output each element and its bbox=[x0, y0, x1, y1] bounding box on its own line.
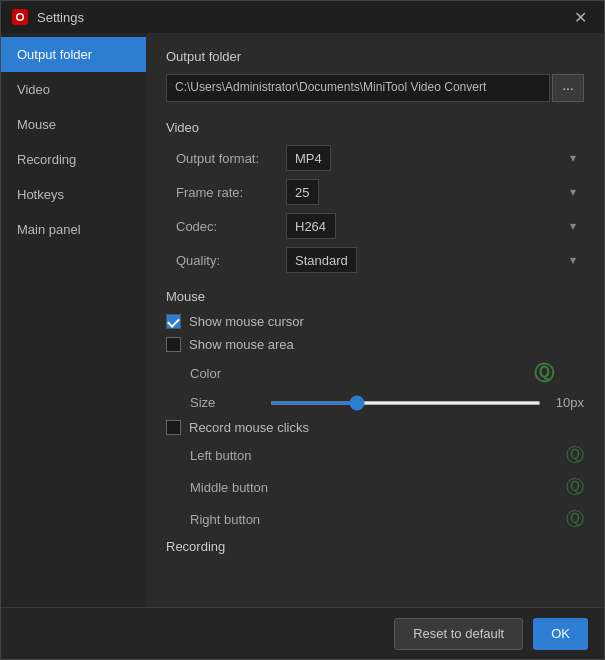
show-cursor-row: Show mouse cursor bbox=[166, 314, 584, 329]
left-button-row: Left button Ⓠ bbox=[166, 443, 584, 467]
show-cursor-checkbox[interactable] bbox=[166, 314, 181, 329]
size-slider[interactable] bbox=[270, 401, 541, 405]
settings-window: Settings ✕ Output folder Video Mouse Rec… bbox=[0, 0, 605, 660]
record-clicks-checkbox[interactable] bbox=[166, 420, 181, 435]
show-area-row: Show mouse area bbox=[166, 337, 584, 352]
mouse-sub-section: Color Ⓠ Size 10px bbox=[166, 360, 584, 410]
middle-button-icon: Ⓠ bbox=[566, 475, 584, 499]
sidebar: Output folder Video Mouse Recording Hotk… bbox=[1, 33, 146, 607]
content-area: Output folder C:\Users\Administrator\Doc… bbox=[146, 33, 604, 607]
size-label: Size bbox=[190, 395, 270, 410]
ok-button[interactable]: OK bbox=[533, 618, 588, 650]
sidebar-item-main-panel[interactable]: Main panel bbox=[1, 212, 146, 247]
mouse-section-title: Mouse bbox=[166, 289, 584, 304]
sidebar-item-mouse[interactable]: Mouse bbox=[1, 107, 146, 142]
sidebar-item-video[interactable]: Video bbox=[1, 72, 146, 107]
quality-row: Quality: Standard bbox=[166, 247, 584, 273]
quality-select[interactable]: Standard bbox=[286, 247, 357, 273]
close-button[interactable]: ✕ bbox=[566, 3, 594, 31]
svg-point-2 bbox=[18, 15, 23, 20]
size-value-display: 10px bbox=[549, 395, 584, 410]
record-clicks-label: Record mouse clicks bbox=[189, 420, 309, 435]
right-button-row: Right button Ⓠ bbox=[166, 507, 584, 531]
quality-label: Quality: bbox=[176, 253, 286, 268]
app-icon bbox=[11, 8, 29, 26]
sidebar-item-output-folder[interactable]: Output folder bbox=[1, 37, 146, 72]
codec-select-wrapper: H264 bbox=[286, 213, 584, 239]
right-button-icon: Ⓠ bbox=[566, 507, 584, 531]
show-area-label: Show mouse area bbox=[189, 337, 294, 352]
output-format-select[interactable]: MP4 bbox=[286, 145, 331, 171]
frame-rate-select-wrapper: 25 bbox=[286, 179, 584, 205]
left-button-icon: Ⓠ bbox=[566, 443, 584, 467]
middle-button-label: Middle button bbox=[190, 480, 566, 495]
output-format-label: Output format: bbox=[176, 151, 286, 166]
reset-button[interactable]: Reset to default bbox=[394, 618, 523, 650]
title-bar: Settings ✕ bbox=[1, 1, 604, 33]
folder-row: C:\Users\Administrator\Documents\MiniToo… bbox=[166, 74, 584, 102]
output-folder-section-title: Output folder bbox=[166, 49, 584, 64]
color-icon[interactable]: Ⓠ bbox=[534, 360, 554, 387]
video-section: Video Output format: MP4 Frame rate: 25 bbox=[166, 120, 584, 273]
right-button-label: Right button bbox=[190, 512, 566, 527]
video-section-title: Video bbox=[166, 120, 584, 135]
frame-rate-row: Frame rate: 25 bbox=[166, 179, 584, 205]
frame-rate-label: Frame rate: bbox=[176, 185, 286, 200]
color-row: Color Ⓠ bbox=[190, 360, 584, 387]
codec-row: Codec: H264 bbox=[166, 213, 584, 239]
output-format-select-wrapper: MP4 bbox=[286, 145, 584, 171]
footer: Reset to default OK bbox=[1, 607, 604, 659]
codec-select[interactable]: H264 bbox=[286, 213, 336, 239]
left-button-label: Left button bbox=[190, 448, 566, 463]
folder-path-display: C:\Users\Administrator\Documents\MiniToo… bbox=[166, 74, 550, 102]
quality-select-wrapper: Standard bbox=[286, 247, 584, 273]
mouse-clicks-section: Record mouse clicks Left button Ⓠ Middle… bbox=[166, 420, 584, 531]
window-title: Settings bbox=[37, 10, 566, 25]
output-format-row: Output format: MP4 bbox=[166, 145, 584, 171]
frame-rate-select[interactable]: 25 bbox=[286, 179, 319, 205]
browse-button[interactable]: ··· bbox=[552, 74, 584, 102]
codec-label: Codec: bbox=[176, 219, 286, 234]
main-content: Output folder Video Mouse Recording Hotk… bbox=[1, 33, 604, 607]
sidebar-item-recording[interactable]: Recording bbox=[1, 142, 146, 177]
middle-button-row: Middle button Ⓠ bbox=[166, 475, 584, 499]
color-label: Color bbox=[190, 366, 270, 381]
mouse-section: Mouse Show mouse cursor Show mouse area … bbox=[166, 289, 584, 554]
sidebar-item-hotkeys[interactable]: Hotkeys bbox=[1, 177, 146, 212]
record-clicks-row: Record mouse clicks bbox=[166, 420, 584, 435]
show-cursor-label: Show mouse cursor bbox=[189, 314, 304, 329]
size-row: Size 10px bbox=[190, 395, 584, 410]
show-area-checkbox[interactable] bbox=[166, 337, 181, 352]
recording-section-label: Recording bbox=[166, 539, 584, 554]
